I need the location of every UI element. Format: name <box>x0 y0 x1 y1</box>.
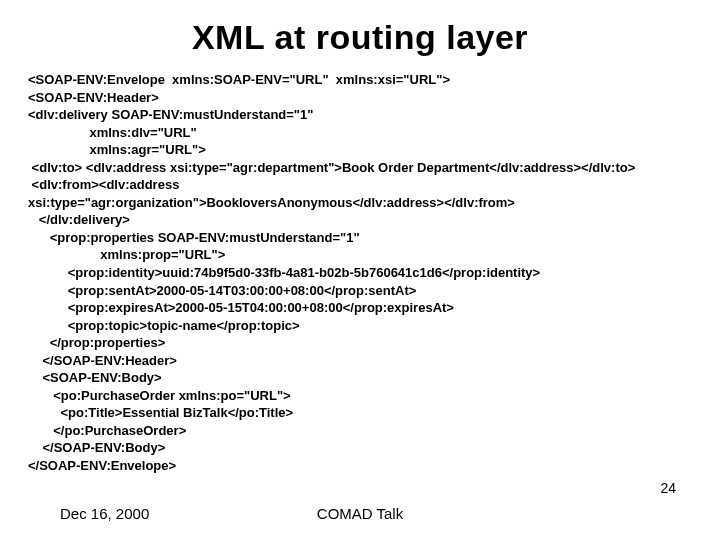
slide: XML at routing layer <SOAP-ENV:Envelope … <box>0 0 720 540</box>
footer-date: Dec 16, 2000 <box>60 505 149 522</box>
page-number: 24 <box>660 480 676 496</box>
xml-code-block: <SOAP-ENV:Envelope xmlns:SOAP-ENV="URL" … <box>28 71 692 475</box>
footer-talk: COMAD Talk <box>317 505 403 522</box>
slide-footer: Dec 16, 2000 COMAD Talk <box>0 505 720 522</box>
slide-title: XML at routing layer <box>28 18 692 57</box>
